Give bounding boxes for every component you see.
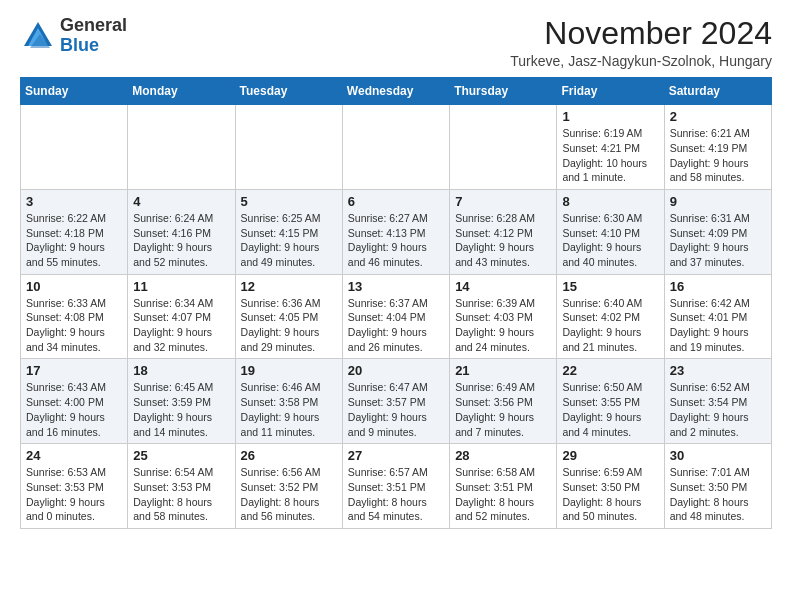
day-info: Sunrise: 6:43 AM Sunset: 4:00 PM Dayligh… [26,380,122,439]
day-info: Sunrise: 6:37 AM Sunset: 4:04 PM Dayligh… [348,296,444,355]
day-number: 16 [670,279,766,294]
day-info: Sunrise: 6:30 AM Sunset: 4:10 PM Dayligh… [562,211,658,270]
logo-icon [20,18,56,54]
calendar-cell: 26Sunrise: 6:56 AM Sunset: 3:52 PM Dayli… [235,444,342,529]
calendar-cell: 7Sunrise: 6:28 AM Sunset: 4:12 PM Daylig… [450,189,557,274]
calendar-week-5: 24Sunrise: 6:53 AM Sunset: 3:53 PM Dayli… [21,444,772,529]
day-number: 11 [133,279,229,294]
weekday-header-thursday: Thursday [450,78,557,105]
calendar-cell: 11Sunrise: 6:34 AM Sunset: 4:07 PM Dayli… [128,274,235,359]
calendar-cell: 25Sunrise: 6:54 AM Sunset: 3:53 PM Dayli… [128,444,235,529]
weekday-header-friday: Friday [557,78,664,105]
day-number: 3 [26,194,122,209]
day-number: 2 [670,109,766,124]
calendar-cell: 9Sunrise: 6:31 AM Sunset: 4:09 PM Daylig… [664,189,771,274]
day-number: 21 [455,363,551,378]
logo-general-text: General [60,15,127,35]
day-info: Sunrise: 6:21 AM Sunset: 4:19 PM Dayligh… [670,126,766,185]
day-info: Sunrise: 6:47 AM Sunset: 3:57 PM Dayligh… [348,380,444,439]
weekday-header-tuesday: Tuesday [235,78,342,105]
day-info: Sunrise: 6:34 AM Sunset: 4:07 PM Dayligh… [133,296,229,355]
day-number: 28 [455,448,551,463]
day-info: Sunrise: 6:24 AM Sunset: 4:16 PM Dayligh… [133,211,229,270]
day-info: Sunrise: 6:45 AM Sunset: 3:59 PM Dayligh… [133,380,229,439]
day-info: Sunrise: 6:50 AM Sunset: 3:55 PM Dayligh… [562,380,658,439]
calendar-cell: 6Sunrise: 6:27 AM Sunset: 4:13 PM Daylig… [342,189,449,274]
page: General Blue November 2024 Turkeve, Jasz… [0,0,792,545]
day-number: 12 [241,279,337,294]
day-info: Sunrise: 6:33 AM Sunset: 4:08 PM Dayligh… [26,296,122,355]
calendar-cell [342,105,449,190]
weekday-header-sunday: Sunday [21,78,128,105]
calendar-cell: 12Sunrise: 6:36 AM Sunset: 4:05 PM Dayli… [235,274,342,359]
day-number: 19 [241,363,337,378]
day-number: 17 [26,363,122,378]
calendar-cell: 17Sunrise: 6:43 AM Sunset: 4:00 PM Dayli… [21,359,128,444]
day-number: 10 [26,279,122,294]
calendar-cell: 19Sunrise: 6:46 AM Sunset: 3:58 PM Dayli… [235,359,342,444]
day-info: Sunrise: 6:46 AM Sunset: 3:58 PM Dayligh… [241,380,337,439]
day-info: Sunrise: 6:52 AM Sunset: 3:54 PM Dayligh… [670,380,766,439]
day-number: 23 [670,363,766,378]
day-info: Sunrise: 6:31 AM Sunset: 4:09 PM Dayligh… [670,211,766,270]
calendar-cell: 8Sunrise: 6:30 AM Sunset: 4:10 PM Daylig… [557,189,664,274]
calendar-week-4: 17Sunrise: 6:43 AM Sunset: 4:00 PM Dayli… [21,359,772,444]
calendar-cell: 13Sunrise: 6:37 AM Sunset: 4:04 PM Dayli… [342,274,449,359]
day-number: 30 [670,448,766,463]
calendar-cell: 20Sunrise: 6:47 AM Sunset: 3:57 PM Dayli… [342,359,449,444]
day-number: 8 [562,194,658,209]
calendar-cell: 18Sunrise: 6:45 AM Sunset: 3:59 PM Dayli… [128,359,235,444]
day-number: 1 [562,109,658,124]
calendar-cell [21,105,128,190]
weekday-header-monday: Monday [128,78,235,105]
day-number: 5 [241,194,337,209]
day-number: 14 [455,279,551,294]
location-subtitle: Turkeve, Jasz-Nagykun-Szolnok, Hungary [510,53,772,69]
logo: General Blue [20,16,127,56]
calendar-week-1: 1Sunrise: 6:19 AM Sunset: 4:21 PM Daylig… [21,105,772,190]
logo-blue-text: Blue [60,35,99,55]
day-info: Sunrise: 6:56 AM Sunset: 3:52 PM Dayligh… [241,465,337,524]
day-info: Sunrise: 6:28 AM Sunset: 4:12 PM Dayligh… [455,211,551,270]
title-block: November 2024 Turkeve, Jasz-Nagykun-Szol… [510,16,772,69]
day-number: 15 [562,279,658,294]
weekday-header-saturday: Saturday [664,78,771,105]
day-number: 7 [455,194,551,209]
day-number: 18 [133,363,229,378]
calendar-cell: 1Sunrise: 6:19 AM Sunset: 4:21 PM Daylig… [557,105,664,190]
calendar-cell: 28Sunrise: 6:58 AM Sunset: 3:51 PM Dayli… [450,444,557,529]
calendar-cell: 30Sunrise: 7:01 AM Sunset: 3:50 PM Dayli… [664,444,771,529]
calendar-cell: 15Sunrise: 6:40 AM Sunset: 4:02 PM Dayli… [557,274,664,359]
calendar-cell: 16Sunrise: 6:42 AM Sunset: 4:01 PM Dayli… [664,274,771,359]
day-info: Sunrise: 6:59 AM Sunset: 3:50 PM Dayligh… [562,465,658,524]
header: General Blue November 2024 Turkeve, Jasz… [20,16,772,69]
day-number: 9 [670,194,766,209]
day-number: 29 [562,448,658,463]
weekday-header-wednesday: Wednesday [342,78,449,105]
day-info: Sunrise: 6:54 AM Sunset: 3:53 PM Dayligh… [133,465,229,524]
day-info: Sunrise: 6:57 AM Sunset: 3:51 PM Dayligh… [348,465,444,524]
calendar-cell: 27Sunrise: 6:57 AM Sunset: 3:51 PM Dayli… [342,444,449,529]
day-number: 4 [133,194,229,209]
day-info: Sunrise: 6:27 AM Sunset: 4:13 PM Dayligh… [348,211,444,270]
calendar-cell [128,105,235,190]
calendar-cell: 21Sunrise: 6:49 AM Sunset: 3:56 PM Dayli… [450,359,557,444]
calendar-cell: 24Sunrise: 6:53 AM Sunset: 3:53 PM Dayli… [21,444,128,529]
calendar-cell: 29Sunrise: 6:59 AM Sunset: 3:50 PM Dayli… [557,444,664,529]
calendar-cell: 10Sunrise: 6:33 AM Sunset: 4:08 PM Dayli… [21,274,128,359]
calendar-cell: 2Sunrise: 6:21 AM Sunset: 4:19 PM Daylig… [664,105,771,190]
logo-text: General Blue [60,16,127,56]
day-info: Sunrise: 6:40 AM Sunset: 4:02 PM Dayligh… [562,296,658,355]
calendar-cell: 5Sunrise: 6:25 AM Sunset: 4:15 PM Daylig… [235,189,342,274]
day-info: Sunrise: 6:22 AM Sunset: 4:18 PM Dayligh… [26,211,122,270]
calendar-cell: 4Sunrise: 6:24 AM Sunset: 4:16 PM Daylig… [128,189,235,274]
calendar-week-2: 3Sunrise: 6:22 AM Sunset: 4:18 PM Daylig… [21,189,772,274]
day-number: 6 [348,194,444,209]
calendar-header: SundayMondayTuesdayWednesdayThursdayFrid… [21,78,772,105]
calendar-week-3: 10Sunrise: 6:33 AM Sunset: 4:08 PM Dayli… [21,274,772,359]
day-number: 20 [348,363,444,378]
calendar-table: SundayMondayTuesdayWednesdayThursdayFrid… [20,77,772,529]
day-number: 27 [348,448,444,463]
month-title: November 2024 [510,16,772,51]
calendar-cell: 22Sunrise: 6:50 AM Sunset: 3:55 PM Dayli… [557,359,664,444]
